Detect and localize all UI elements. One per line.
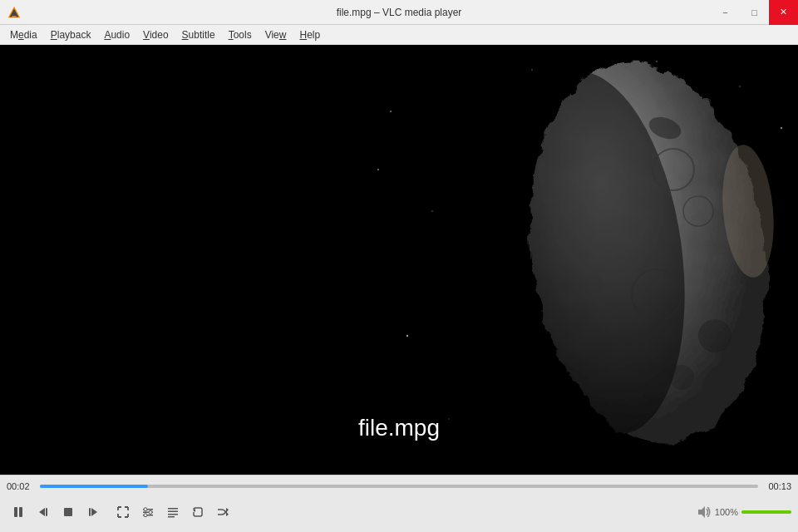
stop-button[interactable] — [57, 501, 80, 523]
minimize-button[interactable]: − — [711, 0, 740, 25]
fullscreen-icon — [117, 506, 129, 518]
menu-playback[interactable]: Playback — [44, 27, 98, 42]
playlist-button[interactable] — [161, 501, 185, 523]
svg-marker-44 — [698, 506, 705, 518]
random-icon — [217, 506, 229, 518]
svg-rect-38 — [168, 516, 175, 518]
svg-point-12 — [781, 127, 782, 129]
svg-point-11 — [739, 86, 741, 87]
title-text: file.mpg – VLC media player — [337, 7, 462, 18]
pause-button[interactable] — [7, 501, 30, 523]
menu-video[interactable]: Video — [136, 27, 175, 42]
random-button[interactable] — [211, 501, 234, 523]
loop-button[interactable] — [186, 501, 209, 523]
fullscreen-button[interactable] — [111, 501, 135, 523]
svg-point-32 — [144, 508, 147, 511]
svg-marker-27 — [91, 508, 97, 516]
stop-icon — [62, 506, 74, 518]
svg-rect-23 — [19, 507, 22, 517]
svg-rect-25 — [46, 508, 47, 516]
time-total: 00:13 — [765, 481, 791, 491]
volume-icon — [697, 505, 712, 520]
video-area[interactable]: file.mpg — [0, 45, 798, 475]
time-current: 00:02 — [7, 481, 33, 491]
svg-point-8 — [377, 169, 379, 170]
svg-point-10 — [656, 61, 658, 62]
svg-point-33 — [149, 510, 152, 514]
prev-icon — [37, 506, 49, 518]
svg-point-4 — [390, 111, 392, 112]
window-controls: − □ ✕ — [711, 0, 798, 25]
next-button[interactable] — [81, 501, 105, 523]
svg-rect-28 — [89, 508, 91, 516]
title-bar: file.mpg – VLC media player − □ ✕ — [0, 0, 798, 25]
svg-rect-2 — [12, 15, 16, 16]
svg-point-34 — [144, 514, 147, 517]
menu-view[interactable]: View — [259, 27, 293, 42]
buttons-row: 100% — [0, 497, 798, 527]
pause-icon — [12, 506, 24, 518]
menu-tools[interactable]: Tools — [222, 27, 259, 42]
progress-fill — [40, 485, 148, 488]
svg-rect-22 — [14, 507, 17, 517]
svg-point-19 — [669, 365, 694, 390]
svg-marker-24 — [39, 508, 45, 516]
svg-rect-36 — [168, 511, 178, 513]
svg-point-18 — [698, 319, 732, 352]
volume-track[interactable] — [741, 510, 791, 514]
extended-icon — [142, 506, 154, 518]
svg-rect-26 — [64, 508, 72, 516]
prev-button[interactable] — [32, 501, 55, 523]
controls-area: 00:02 00:13 — [0, 475, 798, 532]
svg-point-5 — [431, 210, 433, 212]
loop-icon — [192, 506, 204, 518]
video-content — [366, 45, 798, 475]
volume-fill — [741, 510, 791, 514]
svg-rect-37 — [168, 514, 178, 515]
progress-track[interactable] — [40, 485, 758, 488]
next-icon — [87, 506, 99, 518]
right-controls: 100% — [697, 505, 791, 520]
menu-help[interactable]: Help — [293, 27, 327, 42]
svg-point-7 — [448, 418, 449, 419]
svg-point-9 — [531, 69, 533, 71]
menu-audio[interactable]: Audio — [97, 27, 136, 42]
volume-percent: 100% — [715, 507, 738, 517]
svg-point-6 — [406, 335, 408, 337]
menu-bar: Media Playback Audio Video Subtitle Tool… — [0, 25, 798, 45]
close-button[interactable]: ✕ — [769, 0, 798, 25]
vlc-logo-icon — [7, 5, 22, 20]
menu-media[interactable]: Media — [3, 27, 44, 42]
filename-overlay: file.mpg — [358, 415, 440, 441]
svg-rect-35 — [168, 508, 178, 510]
title-left — [7, 5, 22, 20]
extended-button[interactable] — [136, 501, 160, 523]
maximize-button[interactable]: □ — [740, 0, 769, 25]
progress-row: 00:02 00:13 — [0, 475, 798, 497]
menu-subtitle[interactable]: Subtitle — [175, 27, 222, 42]
playlist-icon — [167, 506, 179, 518]
